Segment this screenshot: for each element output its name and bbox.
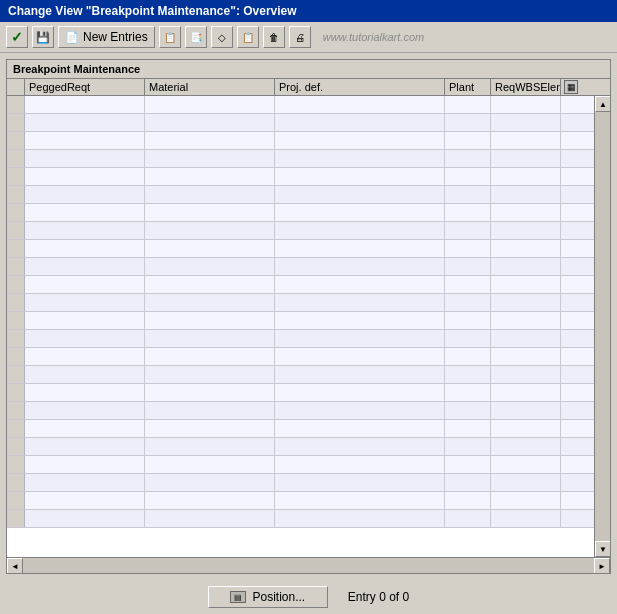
title-bar: Change View "Breakpoint Maintenance": Ov… [0, 0, 617, 22]
row-selector[interactable] [7, 294, 25, 311]
column-settings-btn[interactable]: ▦ [561, 79, 581, 95]
row-selector[interactable] [7, 474, 25, 491]
td-reqwbs [491, 96, 561, 113]
delete-icon: 🗑 [269, 32, 279, 43]
position-btn[interactable]: ▤ Position... [208, 586, 328, 608]
table-row[interactable] [7, 204, 610, 222]
table-row[interactable] [7, 294, 610, 312]
row-selector[interactable] [7, 456, 25, 473]
column-settings-icon: ▦ [564, 80, 578, 94]
scroll-left-btn[interactable]: ◄ [7, 558, 23, 573]
table-row[interactable] [7, 222, 610, 240]
row-selector[interactable] [7, 402, 25, 419]
th-material: Material [145, 79, 275, 95]
row-selector[interactable] [7, 330, 25, 347]
table-row[interactable] [7, 330, 610, 348]
scroll-down-btn[interactable]: ▼ [595, 541, 610, 557]
table-row[interactable] [7, 150, 610, 168]
row-selector[interactable] [7, 240, 25, 257]
table-row[interactable] [7, 420, 610, 438]
title-text: Change View "Breakpoint Maintenance": Ov… [8, 4, 297, 18]
section-title: Breakpoint Maintenance [7, 60, 610, 79]
table-row[interactable] [7, 96, 610, 114]
table-row[interactable] [7, 258, 610, 276]
td-material [145, 96, 275, 113]
scroll-up-btn[interactable]: ▲ [595, 96, 610, 112]
th-plant: Plant [445, 79, 491, 95]
row-selector[interactable] [7, 150, 25, 167]
row-selector[interactable] [7, 222, 25, 239]
row-selector[interactable] [7, 510, 25, 527]
table-row[interactable] [7, 402, 610, 420]
table-row[interactable] [7, 492, 610, 510]
horizontal-scrollbar[interactable]: ◄ ► [7, 557, 610, 573]
table-row[interactable] [7, 312, 610, 330]
new-entries-btn[interactable]: 📄 New Entries [58, 26, 155, 48]
table-row[interactable] [7, 456, 610, 474]
row-selector[interactable] [7, 420, 25, 437]
scroll-up-icon: ▲ [599, 100, 607, 109]
undo-icon: ◇ [218, 32, 226, 43]
table-row[interactable] [7, 348, 610, 366]
row-selector[interactable] [7, 258, 25, 275]
table-row[interactable] [7, 276, 610, 294]
table-row[interactable] [7, 384, 610, 402]
table-body [7, 96, 610, 557]
copy2-icon: 📑 [190, 32, 202, 43]
paste-btn[interactable]: 📋 [237, 26, 259, 48]
checkmark-btn[interactable]: ✓ [6, 26, 28, 48]
status-bar: ▤ Position... Entry 0 of 0 [0, 580, 617, 614]
scroll-track-v[interactable] [595, 112, 610, 541]
table-row[interactable] [7, 168, 610, 186]
table-row[interactable] [7, 474, 610, 492]
row-selector[interactable] [7, 96, 25, 113]
th-proj-def: Proj. def. [275, 79, 445, 95]
row-selector[interactable] [7, 348, 25, 365]
table-header: PeggedReqt Material Proj. def. Plant Req… [7, 79, 610, 96]
main-window: Change View "Breakpoint Maintenance": Ov… [0, 0, 617, 614]
row-selector[interactable] [7, 384, 25, 401]
row-selector[interactable] [7, 204, 25, 221]
print-icon: 🖨 [295, 32, 305, 43]
row-selector[interactable] [7, 492, 25, 509]
table-row[interactable] [7, 132, 610, 150]
row-selector[interactable] [7, 438, 25, 455]
position-label: Position... [252, 590, 305, 604]
td-plant [445, 96, 491, 113]
new-entries-label: New Entries [83, 30, 148, 44]
undo-btn[interactable]: ◇ [211, 26, 233, 48]
copy-icon: 📋 [164, 32, 176, 43]
checkmark-icon: ✓ [11, 29, 23, 45]
table-row[interactable] [7, 240, 610, 258]
print-btn[interactable]: 🖨 [289, 26, 311, 48]
row-selector[interactable] [7, 276, 25, 293]
watermark-text: www.tutorialkart.com [323, 31, 424, 43]
row-selector[interactable] [7, 114, 25, 131]
entry-count: Entry 0 of 0 [348, 590, 409, 604]
row-selector[interactable] [7, 132, 25, 149]
scroll-down-icon: ▼ [599, 545, 607, 554]
section-box: Breakpoint Maintenance PeggedReqt Materi… [6, 59, 611, 574]
row-selector[interactable] [7, 312, 25, 329]
scroll-right-btn[interactable]: ► [594, 558, 610, 573]
paste-icon: 📋 [242, 32, 254, 43]
table-row[interactable] [7, 114, 610, 132]
save-icon: 💾 [36, 31, 50, 44]
row-selector[interactable] [7, 366, 25, 383]
scroll-left-icon: ◄ [11, 562, 19, 571]
table-row[interactable] [7, 186, 610, 204]
copy2-btn[interactable]: 📑 [185, 26, 207, 48]
table-row[interactable] [7, 438, 610, 456]
delete-btn[interactable]: 🗑 [263, 26, 285, 48]
table-row[interactable] [7, 366, 610, 384]
table-row[interactable] [7, 510, 610, 528]
save-btn[interactable]: 💾 [32, 26, 54, 48]
row-selector[interactable] [7, 186, 25, 203]
position-icon: ▤ [230, 591, 246, 603]
col-selector-header [7, 79, 25, 95]
td-proj [275, 96, 445, 113]
vertical-scrollbar[interactable]: ▲ ▼ [594, 96, 610, 557]
scroll-track-h[interactable] [23, 558, 594, 573]
row-selector[interactable] [7, 168, 25, 185]
copy-btn[interactable]: 📋 [159, 26, 181, 48]
